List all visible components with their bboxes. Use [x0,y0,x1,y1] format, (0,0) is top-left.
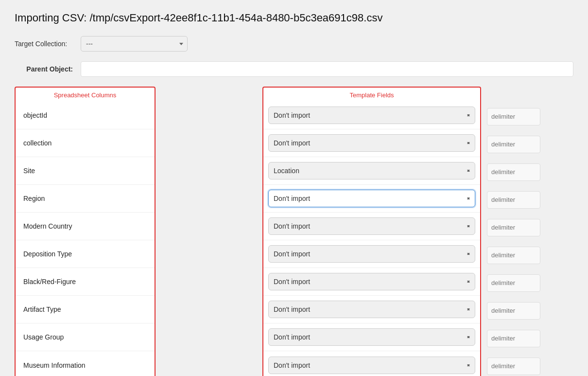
template-select-1[interactable]: Don't import [268,134,475,152]
template-fields-header: Template Fields [263,88,480,102]
template-item-6: Don't import [263,268,480,296]
list-item: Usage Group [16,323,155,351]
template-select-0[interactable]: Don't import [268,107,475,124]
target-collection-label: Target Collection: [15,40,73,48]
template-select-6[interactable]: Don't import [268,273,475,290]
parent-object-row: Parent Object: [15,61,573,77]
list-item: Deposition Type [16,240,155,268]
delimiter-input-1[interactable] [487,136,540,153]
spreadsheet-columns-panel: Spreadsheet Columns objectId collection … [15,87,156,376]
delimiter-item-4 [487,214,573,241]
delimiter-input-9[interactable] [487,358,540,375]
list-item: collection [16,129,155,157]
delimiter-item-9 [487,352,573,376]
delimiter-input-6[interactable] [487,274,540,292]
list-item: Museum Information [16,351,155,376]
template-item-4: Don't import [263,213,480,240]
delimiter-input-5[interactable] [487,247,540,264]
delimiter-input-3[interactable] [487,191,540,209]
template-item-3: Don't import [263,185,480,213]
template-select-8[interactable]: Don't import [268,328,475,346]
parent-object-input[interactable] [81,61,573,77]
list-item: objectId [16,102,155,129]
spreadsheet-items-list: objectId collection Site Region Modern C… [16,102,155,376]
template-select-7[interactable]: Don't import [268,301,475,318]
template-item-5: Don't import [263,240,480,268]
page: Importing CSV: /tmp/csvExport-42ee8f1c-1… [0,0,588,376]
template-select-4[interactable]: Don't import [268,217,475,235]
middle-gap: spacer [156,87,262,101]
page-title: Importing CSV: /tmp/csvExport-42ee8f1c-1… [15,12,573,24]
parent-object-label: Parent Object: [15,65,73,73]
delimiter-input-8[interactable] [487,330,540,347]
delimiter-input-4[interactable] [487,219,540,236]
template-select-3[interactable]: Don't import [268,190,475,207]
template-item-9: Don't import [263,351,480,376]
template-item-8: Don't import [263,323,480,351]
template-select-5[interactable]: Don't import [268,245,475,263]
delimiter-item-2 [487,158,573,186]
delimiter-input-7[interactable] [487,302,540,320]
delimiter-item-1 [487,130,573,158]
target-collection-row: Target Collection: --- [15,36,573,52]
template-item-7: Don't import [263,296,480,323]
delimiter-item-6 [487,269,573,297]
delimiter-input-0[interactable] [487,108,540,125]
delimiter-input-2[interactable] [487,163,540,181]
template-select-2[interactable]: Location [268,162,475,179]
template-item-2: Location [263,157,480,185]
template-select-9[interactable]: Don't import [268,357,475,374]
list-item: Artifact Type [16,296,155,323]
template-fields-panel: Template Fields Don't import Don't impor… [262,87,481,376]
columns-wrapper: Spreadsheet Columns objectId collection … [15,87,573,376]
template-items-list: Don't import Don't import Location Don't… [263,102,480,376]
delimiter-column [481,87,573,376]
delimiter-item-7 [487,297,573,324]
template-item-1: Don't import [263,129,480,157]
delimiter-item-8 [487,324,573,352]
template-item-0: Don't import [263,102,480,129]
spreadsheet-columns-header: Spreadsheet Columns [16,88,155,102]
list-item: Region [16,185,155,213]
list-item: Site [16,157,155,185]
list-item: Black/Red-Figure [16,268,155,296]
list-item: Modern Country [16,213,155,240]
target-collection-select[interactable]: --- [81,36,188,52]
delimiter-item-5 [487,241,573,269]
delimiter-item-0 [487,103,573,130]
delimiter-item-3 [487,186,573,214]
